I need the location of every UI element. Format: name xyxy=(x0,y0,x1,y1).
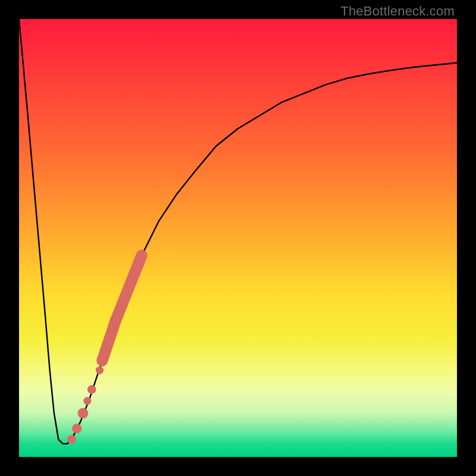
highlight-dot-5 xyxy=(87,385,96,394)
highlight-dot-1 xyxy=(67,435,76,444)
bottleneck-curve xyxy=(19,19,457,444)
curve-layer xyxy=(19,19,457,457)
highlight-dot-4 xyxy=(83,397,91,405)
plot-area xyxy=(19,19,457,457)
highlight-dot-2 xyxy=(72,424,82,433)
chart-frame: TheBottleneck.com xyxy=(0,0,476,476)
highlight-dots xyxy=(67,367,104,444)
highlight-dot-6 xyxy=(96,367,104,374)
highlight-stroke xyxy=(102,255,142,361)
attribution-text: TheBottleneck.com xyxy=(340,4,455,19)
highlight-dot-3 xyxy=(78,408,89,419)
